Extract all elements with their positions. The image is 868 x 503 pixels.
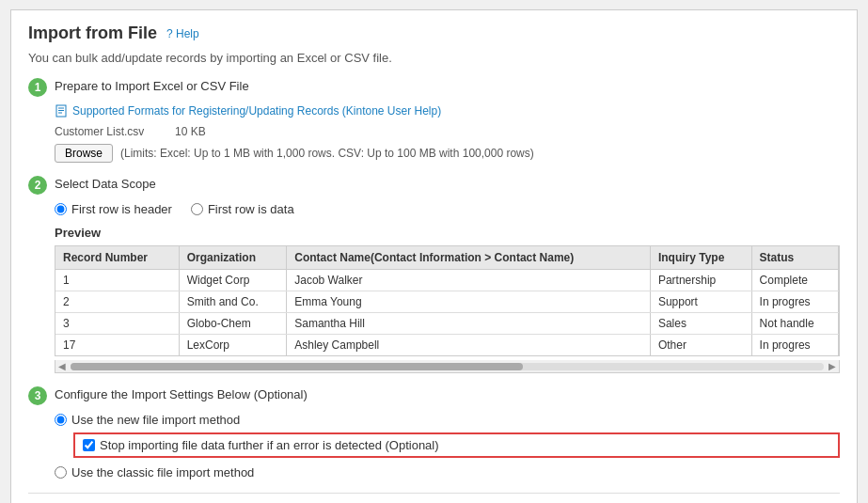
step-3-title: Configure the Import Settings Below (Opt…	[55, 386, 308, 401]
cell: Smith and Co.	[179, 291, 287, 313]
cell: In progres	[751, 335, 838, 356]
cell: Ashley Campbell	[287, 335, 651, 356]
browse-button[interactable]: Browse	[55, 144, 113, 163]
table-header-row: Record Number Organization Contact Name(…	[55, 246, 839, 270]
cell: Sales	[650, 313, 751, 335]
step-3-content: Use the new file import method Stop impo…	[55, 413, 840, 479]
step-3-section: 3 Configure the Import Settings Below (O…	[28, 386, 840, 479]
radio-first-row-data[interactable]: First row is data	[191, 202, 294, 216]
new-method-row: Use the new file import method	[55, 413, 840, 427]
preview-label: Preview	[55, 226, 840, 240]
cell: Globo-Chem	[179, 313, 287, 335]
doc-link-row: Supported Formats for Registering/Updati…	[55, 104, 840, 118]
doc-link[interactable]: Supported Formats for Registering/Updati…	[72, 104, 441, 118]
radio-first-row-header[interactable]: First row is header	[55, 202, 172, 216]
step-2-content: First row is header First row is data Pr…	[55, 202, 840, 373]
step-2-header: 2 Select Data Scope	[28, 176, 840, 195]
step-1-title: Prepare to Import Excel or CSV File	[55, 78, 249, 93]
col-status: Status	[751, 246, 838, 270]
page-title: Import from File	[28, 24, 157, 43]
cell: Jacob Walker	[287, 270, 651, 291]
intro-text: You can bulk add/update records by impor…	[28, 51, 840, 65]
cell: Samantha Hill	[287, 313, 651, 335]
radio-group: First row is header First row is data	[55, 202, 840, 216]
step-2-title: Select Data Scope	[55, 176, 156, 191]
cell: 3	[55, 313, 179, 335]
step-3-header: 3 Configure the Import Settings Below (O…	[28, 386, 840, 405]
stop-import-checkbox[interactable]	[83, 439, 95, 451]
cell: Partnership	[650, 270, 751, 291]
classic-method-input[interactable]	[55, 466, 67, 479]
main-container: Import from File ? Help You can bulk add…	[10, 9, 858, 503]
preview-table-wrapper: Record Number Organization Contact Name(…	[55, 245, 840, 356]
doc-icon	[55, 104, 68, 118]
cell: Widget Corp	[179, 270, 287, 291]
step-2-section: 2 Select Data Scope First row is header …	[28, 176, 840, 373]
scrollbar-thumb[interactable]	[71, 363, 523, 370]
cell: LexCorp	[179, 335, 287, 356]
scroll-left-arrow[interactable]: ◀	[57, 362, 67, 371]
cell: Emma Young	[287, 291, 651, 313]
cell: 1	[55, 270, 179, 291]
new-method-input[interactable]	[55, 414, 67, 426]
file-size: 10 KB	[175, 125, 206, 138]
radio-header-input[interactable]	[55, 203, 67, 215]
browse-hint: (Limits: Excel: Up to 1 MB with 1,000 ro…	[120, 147, 534, 160]
step-1-section: 1 Prepare to Import Excel or CSV File Su…	[28, 78, 840, 163]
classic-method-row: Use the classic file import method	[55, 465, 840, 479]
col-contact-name: Contact Name(Contact Information > Conta…	[287, 246, 651, 270]
cell: Other	[650, 335, 751, 356]
table-row: 17 LexCorp Ashley Campbell Other In prog…	[55, 335, 839, 356]
cell: 2	[55, 291, 179, 313]
stop-import-row: Stop importing file data further if an e…	[73, 432, 840, 458]
col-organization: Organization	[179, 246, 287, 270]
col-inquiry-type: Inquiry Type	[650, 246, 751, 270]
scroll-right-arrow[interactable]: ▶	[828, 362, 837, 371]
classic-method-radio[interactable]: Use the classic file import method	[55, 465, 254, 479]
browse-row: Browse (Limits: Excel: Up to 1 MB with 1…	[55, 144, 840, 163]
divider	[28, 493, 840, 494]
stop-import-checkbox-label[interactable]: Stop importing file data further if an e…	[73, 432, 840, 458]
horizontal-scrollbar[interactable]: ◀ ▶	[55, 360, 840, 373]
cell: 17	[55, 335, 179, 356]
table-row: 2 Smith and Co. Emma Young Support In pr…	[55, 291, 839, 313]
step-1-content: Supported Formats for Registering/Updati…	[55, 104, 840, 163]
file-row: Customer List.csv 10 KB	[55, 125, 840, 138]
cell: In progres	[751, 291, 838, 313]
help-link[interactable]: ? Help	[166, 27, 199, 40]
page-title-row: Import from File ? Help	[28, 24, 840, 43]
cell: Not handle	[751, 313, 838, 335]
new-method-radio[interactable]: Use the new file import method	[55, 413, 240, 427]
col-record-number: Record Number	[55, 246, 179, 270]
preview-table: Record Number Organization Contact Name(…	[55, 246, 839, 355]
step-2-circle: 2	[28, 176, 47, 195]
cell: Complete	[751, 270, 838, 291]
cell: Support	[650, 291, 751, 313]
step-1-header: 1 Prepare to Import Excel or CSV File	[28, 78, 840, 97]
preview-tbody: 1 Widget Corp Jacob Walker Partnership C…	[55, 270, 839, 356]
table-row: 1 Widget Corp Jacob Walker Partnership C…	[55, 270, 839, 291]
scrollbar-track[interactable]	[71, 363, 824, 370]
radio-data-input[interactable]	[191, 203, 203, 215]
step-1-circle: 1	[28, 78, 47, 97]
file-name: Customer List.csv	[55, 125, 167, 138]
table-row: 3 Globo-Chem Samantha Hill Sales Not han…	[55, 313, 839, 335]
step-3-circle: 3	[28, 386, 47, 405]
